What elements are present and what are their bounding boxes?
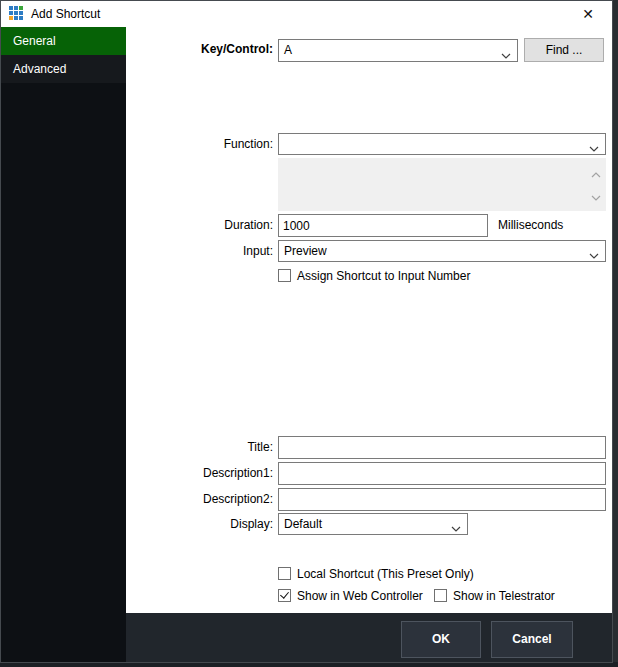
input-label: Input: bbox=[126, 244, 273, 258]
sidebar: General Advanced bbox=[1, 27, 126, 662]
local-shortcut-checkbox[interactable] bbox=[278, 567, 291, 580]
description1-label: Description1: bbox=[126, 466, 273, 480]
duration-input[interactable] bbox=[278, 214, 488, 237]
icon-cell bbox=[14, 16, 18, 20]
input-dropdown[interactable]: Preview bbox=[278, 240, 606, 262]
show-web-controller-checkbox[interactable] bbox=[278, 589, 291, 602]
ok-button[interactable]: OK bbox=[401, 621, 481, 658]
description2-label: Description2: bbox=[126, 492, 273, 506]
duration-label: Duration: bbox=[126, 218, 273, 232]
key-control-label: Key/Control: bbox=[126, 42, 273, 56]
add-shortcut-dialog: Add Shortcut ✕ General Advanced Key/Cont… bbox=[0, 0, 613, 663]
icon-cell bbox=[9, 6, 13, 10]
display-value: Default bbox=[284, 514, 322, 535]
chevron-down-icon bbox=[589, 248, 599, 262]
description1-input[interactable] bbox=[278, 462, 606, 485]
show-telestrator-checkbox-label: Show in Telestrator bbox=[453, 589, 555, 603]
chevron-down-icon bbox=[501, 48, 511, 62]
scroll-up-icon[interactable] bbox=[591, 164, 601, 182]
assign-shortcut-checkbox-label: Assign Shortcut to Input Number bbox=[297, 269, 470, 283]
window-title: Add Shortcut bbox=[31, 1, 100, 27]
display-dropdown[interactable]: Default bbox=[278, 513, 468, 535]
sidebar-item-general[interactable]: General bbox=[1, 27, 126, 55]
icon-cell bbox=[14, 6, 18, 10]
show-web-controller-checkbox-label: Show in Web Controller bbox=[297, 589, 423, 603]
chevron-down-icon bbox=[589, 141, 599, 155]
assign-shortcut-checkbox[interactable] bbox=[278, 269, 291, 282]
cancel-button[interactable]: Cancel bbox=[491, 621, 573, 658]
display-label: Display: bbox=[126, 517, 273, 531]
icon-cell bbox=[19, 16, 23, 20]
scroll-down-icon[interactable] bbox=[591, 187, 601, 205]
sidebar-item-advanced[interactable]: Advanced bbox=[1, 55, 126, 83]
vmix-app-icon bbox=[9, 6, 25, 22]
function-options-list[interactable] bbox=[278, 158, 606, 211]
show-telestrator-checkbox[interactable] bbox=[434, 589, 447, 602]
milliseconds-label: Milliseconds bbox=[498, 218, 563, 232]
title-label: Title: bbox=[126, 440, 273, 454]
icon-cell bbox=[19, 6, 23, 10]
title-input[interactable] bbox=[278, 436, 606, 459]
icon-cell bbox=[14, 11, 18, 15]
chevron-down-icon bbox=[451, 521, 461, 535]
icon-cell bbox=[19, 11, 23, 15]
key-control-value: A bbox=[284, 40, 292, 61]
local-shortcut-checkbox-label: Local Shortcut (This Preset Only) bbox=[297, 567, 474, 581]
close-icon[interactable]: ✕ bbox=[571, 1, 605, 27]
function-dropdown[interactable] bbox=[278, 133, 606, 155]
function-label: Function: bbox=[126, 137, 273, 151]
find-button[interactable]: Find ... bbox=[524, 38, 604, 62]
input-value: Preview bbox=[284, 241, 327, 262]
icon-cell bbox=[9, 16, 13, 20]
title-bar[interactable]: Add Shortcut ✕ bbox=[1, 1, 612, 27]
key-control-dropdown[interactable]: A bbox=[278, 39, 518, 62]
description2-input[interactable] bbox=[278, 488, 606, 511]
icon-cell bbox=[9, 11, 13, 15]
